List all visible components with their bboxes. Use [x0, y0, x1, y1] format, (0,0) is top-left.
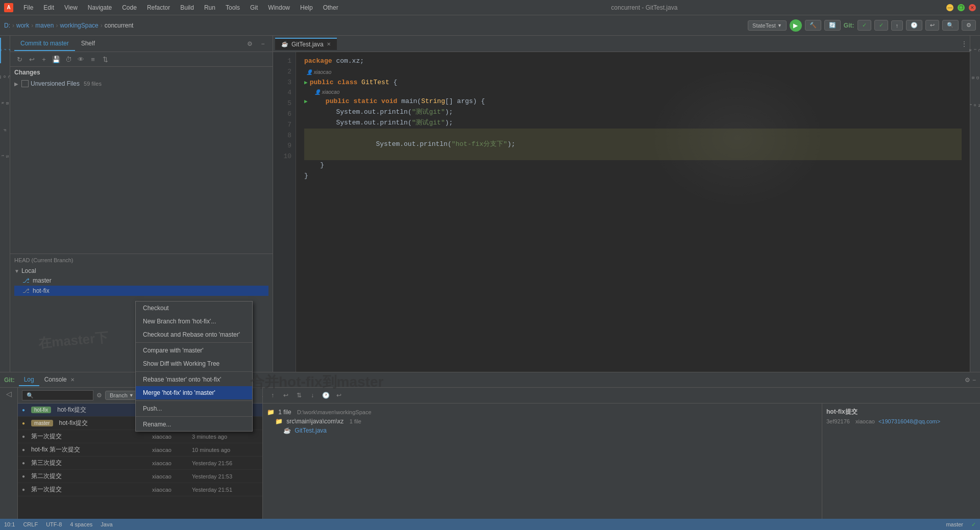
- sidebar-bookmark-btn[interactable]: Bk: [0, 91, 10, 116]
- menu-file[interactable]: File: [19, 3, 37, 12]
- menu-other[interactable]: Other: [319, 3, 342, 12]
- tab-console[interactable]: Console ✕: [39, 374, 80, 386]
- minimize-panel-icon[interactable]: −: [257, 38, 268, 49]
- filter-icon[interactable]: ⇅: [100, 54, 110, 64]
- sidebar-commit-btn[interactable]: Com: [0, 64, 10, 90]
- tab-commit-to-master[interactable]: Commit to master: [14, 37, 75, 51]
- refresh-button[interactable]: 🔄: [824, 20, 841, 31]
- ctx-checkout[interactable]: Checkout: [136, 301, 252, 315]
- breadcrumb-workspace[interactable]: workingSpace: [60, 22, 98, 29]
- ctx-separator-1: [136, 342, 252, 343]
- build-button[interactable]: 🔨: [805, 20, 821, 31]
- branch-hotfix-row[interactable]: ⎇ hot-fix: [14, 286, 268, 296]
- menu-view[interactable]: View: [60, 3, 82, 12]
- close-button[interactable]: ✕: [969, 4, 976, 11]
- sidebar-find-btn[interactable]: F: [0, 117, 10, 143]
- branch-filter-btn[interactable]: Branch ▼: [105, 391, 138, 400]
- maximize-button[interactable]: ❐: [958, 4, 965, 11]
- menu-code[interactable]: Code: [118, 3, 141, 12]
- branch-master-row[interactable]: ⎇ master: [14, 275, 268, 286]
- commit-row-4[interactable]: ● hot-fix 第一次提交 xiaocao 10 minutes ago: [18, 443, 262, 457]
- git-revert-btn[interactable]: ↩: [925, 20, 939, 31]
- right-panel-btn-2[interactable]: ↩: [280, 390, 291, 401]
- refresh-icon[interactable]: ↻: [14, 54, 24, 64]
- breadcrumb-concurrent[interactable]: concurrent: [105, 22, 134, 29]
- git-log-right-panel: ↑ ↩ ⇅ ↓ 🕐 ↩ 📁 1 file D:\work\maven\worki…: [263, 388, 980, 530]
- charset-label: UTF-8: [46, 521, 62, 527]
- log-search-input[interactable]: [22, 390, 93, 400]
- breadcrumb-work[interactable]: work: [16, 22, 29, 29]
- ctx-show-diff[interactable]: Show Diff with Working Tree: [136, 357, 252, 370]
- run-button[interactable]: ▶: [790, 19, 802, 32]
- unversioned-checkbox[interactable]: [21, 80, 29, 87]
- breadcrumb-d[interactable]: D:: [4, 22, 10, 29]
- plus-icon[interactable]: +: [39, 54, 49, 64]
- save-icon[interactable]: 💾: [51, 54, 61, 64]
- menu-edit[interactable]: Edit: [39, 3, 58, 12]
- right-panel-btn-3[interactable]: ⇅: [293, 390, 305, 401]
- commit-row-3[interactable]: ● 第一次提交 xiaocao 3 minutes ago: [18, 430, 262, 443]
- menu-help[interactable]: Help: [296, 3, 317, 12]
- menu-navigate[interactable]: Navigate: [84, 3, 116, 12]
- right-panel-btn-6[interactable]: ↩: [333, 390, 345, 401]
- classlib-btn[interactable]: Cla: [971, 38, 980, 63]
- code-line-7: System.out.println("hot-fix分支下");: [304, 129, 962, 160]
- editor-options-icon[interactable]: ⋮: [961, 40, 968, 48]
- sidebar-structure-btn[interactable]: St: [0, 144, 10, 169]
- gittest-file-item[interactable]: ☕ GitTest.java: [283, 426, 818, 435]
- console-close-icon[interactable]: ✕: [70, 377, 75, 383]
- ctx-push[interactable]: Push...: [136, 402, 252, 415]
- tab-log[interactable]: Log: [19, 374, 39, 386]
- database-btn[interactable]: DB: [971, 65, 980, 91]
- menu-build[interactable]: Build: [176, 3, 198, 12]
- commit-row-7[interactable]: ● 第一次提交 xiaocao Yesterday 21:51: [18, 483, 262, 496]
- search-btn[interactable]: 🔍: [942, 20, 959, 31]
- app-logo: A: [4, 3, 13, 12]
- right-panel-btn-5[interactable]: 🕐: [320, 390, 331, 401]
- ctx-checkout-rebase[interactable]: Checkout and Rebase onto 'master': [136, 328, 252, 341]
- menu-refactor[interactable]: Refactor: [143, 3, 174, 12]
- code-line-10: [304, 182, 962, 192]
- ctx-rename[interactable]: Rename...: [136, 418, 252, 431]
- ctx-merge[interactable]: Merge 'hot-fix' into 'master': [136, 386, 252, 399]
- settings-btn[interactable]: ⚙: [962, 20, 976, 31]
- git-history-btn[interactable]: 🕐: [906, 20, 922, 31]
- sort-icon[interactable]: ≡: [88, 54, 98, 64]
- right-panel-btn-1[interactable]: ↑: [267, 390, 278, 401]
- local-collapse[interactable]: ▼ Local: [14, 266, 268, 275]
- close-tab-icon[interactable]: ✕: [327, 41, 331, 47]
- history-icon[interactable]: ⏱: [63, 54, 74, 64]
- notifications-btn[interactable]: Not: [971, 93, 980, 118]
- commit-row-6[interactable]: ● 第二次提交 xiaocao Yesterday 21:53: [18, 470, 262, 483]
- log-settings-icon[interactable]: ⚙: [96, 390, 102, 401]
- minimize-button[interactable]: —: [946, 4, 953, 11]
- eye-icon[interactable]: 👁: [76, 54, 86, 64]
- commit-row-5[interactable]: ● 第三次提交 xiaocao Yesterday 21:56: [18, 457, 262, 470]
- git-push-btn[interactable]: ↑: [891, 20, 903, 31]
- commit-msg-2: hot-fix提交: [59, 419, 148, 427]
- status-branch: master: [946, 521, 963, 527]
- editor-tab-gittest[interactable]: ☕ GitTest.java ✕: [275, 38, 337, 50]
- ctx-rebase[interactable]: Rebase 'master' onto 'hot-fix': [136, 373, 252, 386]
- git-check2-btn[interactable]: ✓: [874, 20, 888, 31]
- menu-tools[interactable]: Tools: [222, 3, 244, 12]
- tab-shelf[interactable]: Shelf: [75, 37, 101, 51]
- commit-hash-display: hot-fix提交: [826, 408, 976, 416]
- ctx-compare[interactable]: Compare with 'master': [136, 344, 252, 357]
- git-check-btn[interactable]: ✓: [857, 20, 871, 31]
- ctx-new-branch[interactable]: New Branch from 'hot-fix'...: [136, 315, 252, 328]
- settings-icon[interactable]: ⚙: [244, 38, 255, 49]
- menu-git[interactable]: Git: [246, 3, 262, 12]
- run-config-dropdown[interactable]: StateTest ▼: [748, 20, 787, 31]
- breadcrumb-maven[interactable]: maven: [35, 22, 54, 29]
- bottom-minimize-icon[interactable]: −: [972, 376, 976, 384]
- commit-dot-4: ●: [22, 447, 25, 452]
- git-collapse-btn[interactable]: ◁: [6, 390, 12, 398]
- revert-icon[interactable]: ↩: [27, 54, 37, 64]
- menu-run[interactable]: Run: [200, 3, 219, 12]
- bottom-settings-icon[interactable]: ⚙: [965, 376, 970, 384]
- menu-window[interactable]: Window: [264, 3, 294, 12]
- sidebar-project-btn[interactable]: Pro: [0, 38, 10, 63]
- right-panel-btn-4[interactable]: ↓: [307, 390, 318, 401]
- unversioned-files-row[interactable]: ▶ Unversioned Files 59 files: [10, 78, 273, 89]
